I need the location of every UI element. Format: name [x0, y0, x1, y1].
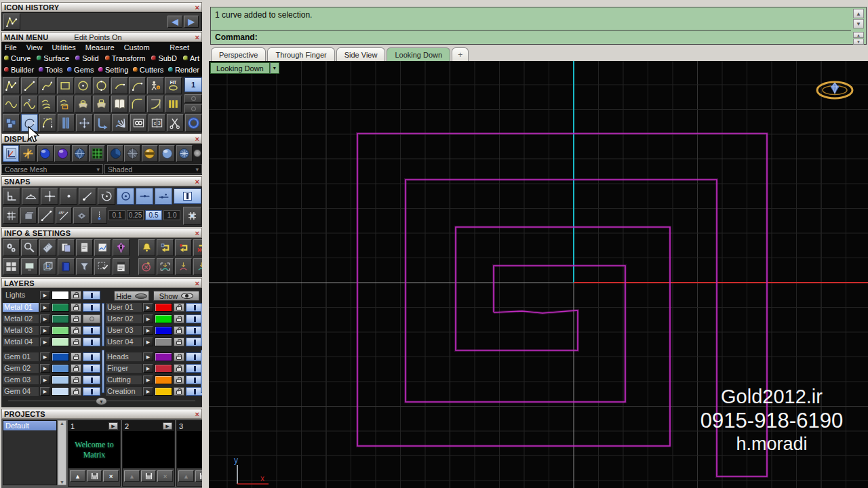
- project-list-scrollbar[interactable]: ▲▼: [58, 420, 66, 485]
- slot-save-button[interactable]: [141, 470, 157, 482]
- grid-green-icon[interactable]: [89, 145, 105, 162]
- menu-utilities[interactable]: Utilities: [52, 43, 75, 52]
- option-a-button[interactable]: [184, 94, 202, 103]
- category-builder-button[interactable]: Builder: [4, 66, 34, 74]
- layer-gem-03-color-swatch[interactable]: [52, 375, 69, 384]
- loop-cancel-icon[interactable]: [193, 239, 202, 256]
- mesh-dropdown[interactable]: Coarse Mesh ▾: [1, 164, 103, 174]
- layer-gem-03-label[interactable]: Gem 03: [3, 375, 39, 384]
- gem-report-icon[interactable]: [113, 239, 130, 256]
- sphere-purple-icon[interactable]: [54, 145, 71, 162]
- settings-gears-icon[interactable]: [3, 239, 20, 256]
- slot-save-button[interactable]: [195, 470, 202, 482]
- layer-creation-lock-button[interactable]: [174, 387, 184, 396]
- slot-load-button[interactable]: ▲: [70, 470, 85, 482]
- layer-cutting-label[interactable]: Cutting: [106, 375, 142, 384]
- history-apply-icon[interactable]: [193, 258, 202, 275]
- layer-metal-03-label[interactable]: Metal 03: [3, 326, 39, 335]
- layer-metal-02-visibility-button[interactable]: [83, 314, 100, 323]
- columns-icon[interactable]: [165, 96, 182, 113]
- snap-center-icon[interactable]: [117, 188, 134, 205]
- layer-metal-04-expand-button[interactable]: ▶: [40, 338, 50, 346]
- layer-metal-01-color-swatch[interactable]: [52, 303, 69, 312]
- book-icon[interactable]: [111, 96, 128, 113]
- tab-looking-down[interactable]: Looking Down: [387, 47, 450, 61]
- arc-icon[interactable]: [111, 77, 128, 94]
- snap-insert-button[interactable]: [174, 188, 201, 204]
- snap-mid-icon[interactable]: [136, 188, 153, 205]
- slot-delete-button[interactable]: ×: [103, 470, 119, 482]
- command-scroll-down-button[interactable]: ▼: [853, 19, 864, 28]
- category-gems-button[interactable]: Gems: [67, 66, 94, 74]
- snap-cycle-icon[interactable]: [98, 188, 115, 205]
- script-icon[interactable]: [76, 239, 93, 256]
- gnomon-icon[interactable]: [20, 145, 36, 162]
- layer-scrollbar[interactable]: [201, 350, 202, 393]
- move-icon[interactable]: [76, 114, 93, 131]
- pillow-icon[interactable]: [75, 96, 92, 113]
- line-icon[interactable]: [21, 77, 38, 94]
- sweep-icon[interactable]: [94, 114, 111, 131]
- command-spinner-down-button[interactable]: ▼: [853, 39, 864, 45]
- layer-user-01-lock-button[interactable]: [174, 303, 184, 312]
- category-tools-button[interactable]: Tools: [39, 66, 63, 74]
- history-back-button[interactable]: ◀: [167, 16, 182, 28]
- layer-gem-01-lock-button[interactable]: [71, 352, 81, 361]
- slot-menu-button[interactable]: ▶: [108, 422, 118, 430]
- slot-menu-button[interactable]: ▶: [163, 422, 172, 430]
- layer-user-02-lock-button[interactable]: [174, 314, 184, 323]
- lights-lock-button[interactable]: [71, 291, 81, 300]
- layer-user-01-visibility-button[interactable]: [186, 303, 202, 312]
- layer-user-03-visibility-button[interactable]: [186, 326, 202, 335]
- ortho-icon[interactable]: [20, 207, 37, 224]
- layer-metal-03-visibility-button[interactable]: [83, 326, 100, 335]
- layer-metal-03-expand-button[interactable]: ▶: [40, 326, 50, 335]
- layer-heads-visibility-button[interactable]: [186, 352, 202, 361]
- monitor-icon[interactable]: [21, 258, 38, 275]
- menu-reset[interactable]: Reset: [170, 43, 189, 52]
- layer-user-02-visibility-button[interactable]: [186, 314, 202, 323]
- layer-gem-04-expand-button[interactable]: ▶: [40, 387, 50, 396]
- tab-side-view[interactable]: Side View: [336, 47, 386, 61]
- layer-user-03-lock-button[interactable]: [174, 326, 184, 335]
- history-select-icon[interactable]: [157, 258, 174, 275]
- category-transform-button[interactable]: Transform: [105, 54, 146, 62]
- materials-book-icon[interactable]: [58, 258, 75, 275]
- layer-gem-02-expand-button[interactable]: ▶: [40, 364, 50, 373]
- loop-record-icon[interactable]: [175, 239, 192, 256]
- option-b-button[interactable]: [184, 104, 202, 113]
- layer-metal-03-lock-button[interactable]: [71, 326, 81, 335]
- display-extra-button[interactable]: [193, 149, 201, 157]
- menu-view[interactable]: View: [26, 43, 43, 52]
- degree-one-toggle-button[interactable]: 1: [184, 77, 202, 92]
- sphere-blue-icon[interactable]: [37, 145, 54, 162]
- close-icon-history-button[interactable]: ×: [195, 4, 199, 11]
- chevron-down-icon[interactable]: ▾: [270, 62, 279, 74]
- layer-user-04-color-swatch[interactable]: [155, 338, 172, 346]
- spec-sheet-icon[interactable]: [113, 258, 130, 275]
- layer-scrollbar[interactable]: [201, 303, 202, 346]
- layer-cutting-expand-button[interactable]: ▶: [143, 375, 153, 384]
- planar-icon[interactable]: [73, 207, 90, 224]
- category-render-button[interactable]: Render: [168, 66, 199, 74]
- layer-metal-04-label[interactable]: Metal 04: [3, 338, 39, 346]
- sphere-dark-icon[interactable]: [107, 145, 123, 162]
- layer-metal-02-expand-button[interactable]: ▶: [40, 314, 50, 323]
- layer-creation-color-swatch[interactable]: [155, 387, 172, 396]
- sketch-select-icon[interactable]: [57, 96, 74, 113]
- explode-icon[interactable]: [112, 114, 129, 131]
- loop-play-icon[interactable]: [157, 239, 174, 256]
- layer-metal-01-expand-button[interactable]: ▶: [40, 303, 50, 312]
- layer-creation-label[interactable]: Creation: [106, 387, 142, 396]
- layer-metal-02-lock-button[interactable]: [71, 314, 81, 323]
- layer-metal-02-label[interactable]: Metal 02: [3, 314, 39, 323]
- layer-gem-03-expand-button[interactable]: ▶: [40, 375, 50, 384]
- layer-gem-02-label[interactable]: Gem 02: [3, 364, 39, 373]
- layer-scrollbar[interactable]: [102, 303, 104, 346]
- project-slot-2[interactable]: 2▶▲×: [122, 420, 175, 487]
- layer-gem-02-visibility-button[interactable]: [83, 364, 100, 373]
- polyline-icon[interactable]: [3, 77, 20, 94]
- project-item-default[interactable]: Default: [3, 421, 56, 430]
- layer-finger-color-swatch[interactable]: [155, 364, 172, 373]
- layer-metal-03-color-swatch[interactable]: [52, 326, 69, 335]
